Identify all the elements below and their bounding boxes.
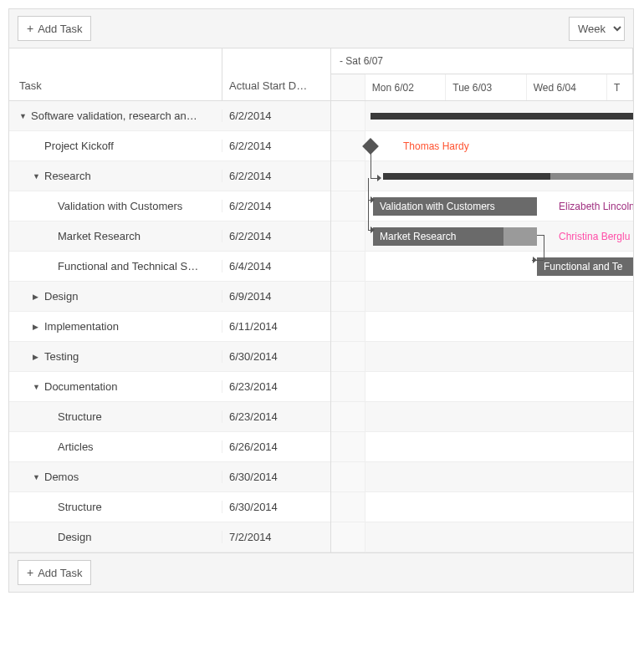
add-task-button[interactable]: + Add Task [18,16,91,41]
summary-bar[interactable] [383,173,633,180]
task-date: 6/2/2014 [222,140,330,152]
task-row[interactable]: ▼Software validation, research an…6/2/20… [9,101,330,131]
chart-row [331,432,633,462]
task-row[interactable]: ▼Documentation6/23/2014 [9,372,330,402]
task-name: Design [44,290,78,303]
plus-icon: + [27,566,33,579]
task-row[interactable]: Market Research6/2/2014 [9,221,330,252]
task-row[interactable]: Articles6/26/2014 [9,432,330,462]
chevron-down-icon[interactable]: ▼ [19,112,28,120]
weekend-shade [331,221,365,251]
dependency-arrow-icon [371,196,375,203]
task-cell: Functional and Technical S… [9,260,222,272]
task-cell: ▶Implementation [9,320,222,333]
task-row[interactable]: ▼Demos6/30/2014 [9,462,330,492]
dependency-line [537,235,544,236]
task-name: Research [44,170,91,182]
task-date: 6/11/2014 [222,320,330,333]
task-row[interactable]: Validation with Customers6/2/2014 [9,191,330,221]
chevron-down-icon[interactable]: ▼ [33,172,41,181]
task-bar[interactable]: Functional and Te [537,257,633,276]
task-row[interactable]: Structure6/23/2014 [9,402,330,432]
task-row[interactable]: Design7/2/2014 [9,522,330,552]
resource-label: Elizabeth Lincoln [559,201,633,212]
task-name: Validation with Customers [58,200,182,212]
chevron-right-icon[interactable]: ▶ [33,293,41,301]
add-task-button-footer[interactable]: + Add Task [18,560,91,585]
task-date: 7/2/2014 [222,531,330,543]
chart-row [331,101,633,131]
task-date: 6/4/2014 [222,260,330,272]
task-cell: Structure [9,501,222,513]
task-row[interactable]: Project Kickoff6/2/2014 [9,131,330,161]
dependency-line [368,178,369,200]
view-select[interactable]: Week [569,17,625,41]
task-date: 6/30/2014 [222,471,330,483]
task-name: Testing [44,350,79,363]
plus-icon: + [27,22,33,35]
gantt-container: + Add Task Week Task Actual Start D… ▼So… [0,0,644,667]
day-header: Tue 6/03 [446,74,526,100]
task-bar[interactable]: Validation with Customers [373,197,537,216]
task-bar-progress-remaining [503,227,537,246]
task-name: Project Kickoff [44,140,114,152]
chart-row [331,462,633,492]
dependency-line [544,235,544,260]
task-cell: ▼Research [9,170,222,182]
summary-bar[interactable] [371,113,633,120]
weekend-shade [331,131,365,160]
task-row[interactable]: ▼Research6/2/2014 [9,161,330,191]
column-header-start-date[interactable]: Actual Start D… [222,48,330,100]
toolbar: + Add Task Week [9,16,633,48]
weekend-shade [331,432,365,461]
dependency-line [371,145,371,178]
dependency-arrow-icon [377,175,381,181]
timeline-header-top: - Sat 6/07 [331,48,633,74]
task-row[interactable]: ▶Testing6/30/2014 [9,342,330,372]
task-cell: Project Kickoff [9,140,222,152]
weekend-shade [331,191,365,221]
chart-row [331,492,633,522]
task-bar-label: Functional and Te [544,261,623,272]
task-date: 6/2/2014 [222,109,330,122]
task-name: Articles [58,440,94,453]
task-row[interactable]: ▶Design6/9/2014 [9,282,330,312]
task-name: Implementation [44,320,119,333]
day-header: Mon 6/02 [365,74,446,100]
weekend-shade [331,492,365,522]
weekend-shade [331,282,365,311]
task-row[interactable]: Structure6/30/2014 [9,492,330,522]
task-bar-label: Validation with Customers [380,201,495,212]
timeline-week-label: - Sat 6/07 [331,48,633,74]
task-date: 6/30/2014 [222,501,330,513]
weekend-shade [331,522,365,552]
chevron-down-icon[interactable]: ▼ [33,383,41,391]
task-name: Structure [58,410,102,423]
chevron-right-icon[interactable]: ▶ [33,323,41,331]
task-name: Documentation [44,380,117,393]
dependency-line [368,200,369,230]
task-cell: ▼Software validation, research an… [9,109,222,122]
column-header-task[interactable]: Task [9,48,222,100]
task-date: 6/2/2014 [222,170,330,182]
chevron-down-icon[interactable]: ▼ [33,473,41,481]
chevron-right-icon[interactable]: ▶ [33,353,41,361]
task-row[interactable]: Functional and Technical S…6/4/2014 [9,252,330,282]
task-row[interactable]: ▶Implementation6/11/2014 [9,312,330,342]
task-cell: Structure [9,410,222,423]
task-date: 6/9/2014 [222,290,330,303]
left-panel: Task Actual Start D… ▼Software validatio… [9,48,331,552]
right-panel: - Sat 6/07 Mon 6/02Tue 6/03Wed 6/04T Tho… [331,48,633,552]
task-date: 6/30/2014 [222,350,330,363]
chart-row: Validation with CustomersElizabeth Linco… [331,191,633,221]
chart-row [331,312,633,342]
task-cell: ▼Documentation [9,380,222,393]
chart-row [331,522,633,552]
weekend-shade [331,462,365,491]
chart-rows: Thomas HardyValidation with CustomersEli… [331,101,633,552]
task-bar[interactable]: Market Research [373,227,537,246]
dependency-arrow-icon [371,227,375,233]
timeline-header-days: Mon 6/02Tue 6/03Wed 6/04T [331,74,633,101]
task-cell: Market Research [9,230,222,242]
dependency-arrow-icon [533,257,537,263]
